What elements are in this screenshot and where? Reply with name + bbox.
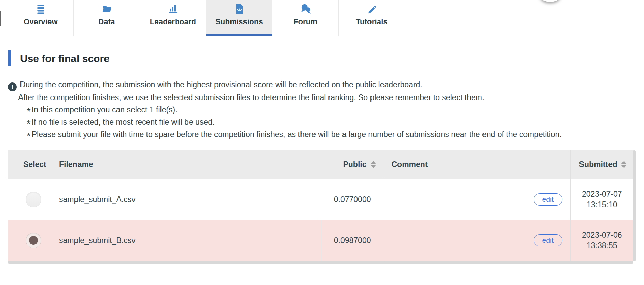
public-score-cell: 0.0987000 — [321, 220, 383, 261]
bullet-text: If no file is selected, the most recent … — [32, 118, 215, 126]
tab-label: Submissions — [215, 17, 263, 26]
table-row: sample_submit_B.csv 0.0987000 edit 2023-… — [8, 220, 633, 261]
notice-block: !During the competition, the submission … — [8, 78, 644, 140]
table-row: sample_submit_A.csv 0.0770000 edit 2023-… — [8, 179, 633, 220]
submitted-time: 13:38:55 — [571, 240, 634, 251]
chat-icon — [300, 3, 311, 15]
clipped-edge-mark — [0, 11, 1, 26]
submissions-table-wrap: Select Filename Public Comment Submitted — [8, 150, 633, 264]
column-header-filename: Filename — [50, 150, 321, 179]
notice-bullet: *Please submit your file with time to sp… — [27, 128, 644, 140]
tab-forum[interactable]: Forum — [272, 0, 339, 36]
filename-cell: sample_submit_A.csv — [50, 179, 321, 220]
bullet-text: In this competition you can select 1 fil… — [32, 105, 178, 114]
edit-comment-button[interactable]: edit — [534, 193, 562, 206]
table-header-row: Select Filename Public Comment Submitted — [8, 150, 633, 179]
title-accent-bar — [8, 50, 11, 66]
comment-cell: edit — [383, 220, 570, 261]
tab-label: Leaderboard — [150, 17, 196, 26]
submissions-page: Overview Data Leaderboard </> Submission… — [0, 0, 644, 285]
notice-line-1: !During the competition, the submission … — [8, 78, 644, 91]
comment-cell: edit — [383, 179, 570, 220]
bar-chart-icon — [167, 3, 179, 15]
sort-icon[interactable] — [621, 161, 627, 168]
submitted-date: 2023-07-06 — [571, 230, 634, 240]
tab-label: Data — [98, 17, 115, 26]
public-score-cell: 0.0770000 — [321, 179, 383, 220]
notice-line-2: After the competition finishes, we use t… — [18, 91, 644, 104]
svg-text:</>: </> — [237, 7, 242, 12]
column-header-public[interactable]: Public — [321, 150, 383, 179]
code-file-icon: </> — [234, 3, 245, 15]
sort-icon[interactable] — [370, 161, 376, 168]
tab-tutorials[interactable]: Tutorials — [339, 0, 405, 36]
submitted-date: 2023-07-07 — [571, 189, 634, 199]
vertical-scrollbar[interactable] — [633, 150, 636, 261]
select-cell — [8, 220, 50, 261]
submitted-cell: 2023-07-07 13:15:10 — [570, 179, 633, 220]
horizontal-scrollbar[interactable] — [8, 261, 633, 264]
notice-bullet: *In this competition you can select 1 fi… — [27, 104, 644, 116]
section-title: Use for final score — [8, 50, 644, 66]
notice-bullet: *If no file is selected, the most recent… — [27, 116, 644, 128]
tab-submissions[interactable]: </> Submissions — [206, 0, 272, 36]
tab-label: Tutorials — [356, 17, 388, 26]
filename-cell: sample_submit_B.csv — [50, 220, 321, 261]
tab-label: Forum — [294, 17, 317, 26]
select-cell — [8, 179, 50, 220]
column-label: Submitted — [579, 160, 617, 169]
pencil-icon — [366, 3, 378, 15]
folder-icon — [101, 3, 113, 15]
radio-select-row[interactable] — [26, 192, 41, 207]
radio-select-row[interactable] — [26, 232, 41, 248]
notice-text: During the competition, the submission w… — [20, 80, 422, 89]
bullet-text: Please submit your file with time to spa… — [32, 130, 562, 139]
tab-leaderboard[interactable]: Leaderboard — [140, 0, 206, 36]
tab-bar: Overview Data Leaderboard </> Submission… — [0, 0, 644, 36]
page-title: Use for final score — [20, 53, 110, 64]
edit-comment-button[interactable]: edit — [534, 234, 562, 246]
tab-data[interactable]: Data — [74, 0, 140, 36]
tab-label: Overview — [24, 17, 57, 26]
list-icon — [35, 3, 46, 15]
column-header-select: Select — [8, 150, 50, 179]
submitted-cell: 2023-07-06 13:38:55 — [570, 220, 633, 261]
submissions-table: Select Filename Public Comment Submitted — [8, 150, 633, 261]
tab-overview[interactable]: Overview — [8, 0, 74, 36]
column-header-comment: Comment — [383, 150, 570, 179]
alert-icon: ! — [8, 82, 17, 91]
column-label: Public — [343, 160, 366, 169]
submitted-time: 13:15:10 — [571, 199, 634, 210]
column-header-submitted[interactable]: Submitted — [570, 150, 633, 179]
main-content: Use for final score !During the competit… — [0, 50, 644, 264]
